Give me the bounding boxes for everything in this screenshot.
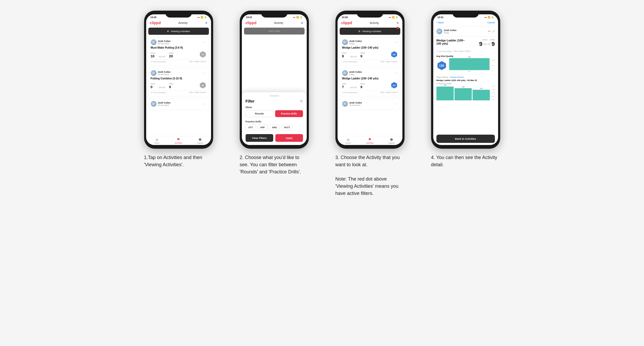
user-info-1: JC Josh Coles 28 Feb 2023 (151, 39, 171, 45)
putt-filter-button[interactable]: PUTT (281, 125, 293, 130)
menu-icon-2[interactable]: ≡ (301, 21, 303, 25)
practice-drills-filter-button[interactable]: Practice Drills (275, 110, 303, 117)
apply-filter-button[interactable]: Apply (275, 134, 303, 142)
avatar-2: JC (151, 70, 157, 76)
stats-row-2: Score 0 OUT OF Shots 9 4 (151, 82, 207, 89)
activity-card-3-2[interactable]: JC Josh Coles Today ··· Wedge Ladder (10… (340, 68, 400, 96)
phone-notch-4 (452, 11, 479, 18)
activity-card-3-1[interactable]: JC Josh Coles Today ··· Wedge Ladder (10… (340, 37, 400, 66)
user-name-3-3: Josh Coles (349, 101, 362, 104)
caption-4: 4. You can then see the Activity detail. (431, 154, 500, 168)
expand-icon[interactable]: ⤢ (492, 29, 495, 33)
header-title-1: Activity (178, 21, 188, 24)
activity-card-2[interactable]: JC Josh Coles 28 Feb 2023 ··· Putting Co… (148, 68, 209, 96)
activity-title-1: Must Make Putting (3-6 ft) (151, 46, 207, 49)
practice-session-label: Player Activity – Practice Session (436, 76, 495, 78)
user-name-1: Josh Coles (158, 40, 171, 42)
activity-card-3[interactable]: JC Josh Coles 28 Feb 2023 ··· (148, 99, 209, 110)
signal-icon: ▪▪▪ (197, 16, 200, 19)
shot-quality-badge-3-1: 130 (390, 51, 398, 58)
menu-icon-3[interactable]: ≡ (397, 21, 398, 25)
signal-icon-2: ▪▪▪ (293, 16, 296, 19)
screen-content-1: JC Josh Coles 28 Feb 2023 ··· Must Make … (146, 36, 211, 136)
user-name-3-1: Josh Coles (349, 40, 362, 42)
hexagon-3-1: 130 (390, 51, 398, 58)
shot-quality-badge-1: 75 (199, 51, 207, 58)
avg-sq-line-label: ••• Avg Shot Quality (436, 83, 495, 84)
card-header-2: JC Josh Coles 28 Feb 2023 ··· (151, 70, 207, 76)
caption-3: 3. Choose the Activity that you want to … (335, 154, 405, 197)
nav-activities-3[interactable]: ⚑ Activities (359, 137, 381, 144)
back-to-activities-button[interactable]: Back to Activities (436, 135, 495, 143)
nav-capture-3[interactable]: ⊕ Capture (381, 137, 402, 144)
phone-1-frame: 13:20 ▪▪▪ 📶 🔋 clippd Activity ≡ ⚙ Vi (144, 11, 213, 149)
home-icon-3: ⌂ (347, 137, 349, 142)
more-options-3-3[interactable]: ··· (394, 102, 398, 106)
shot-quality-badge-3-2: 118 (390, 82, 398, 89)
avg-shot-quality-section: Avg Shot Quality 130 100 5 (436, 55, 495, 72)
status-icons-2: ▪▪▪ 📶 🔋 (293, 16, 302, 19)
battery-icon-3: 🔋 (395, 16, 398, 19)
nav-capture-1[interactable]: ⊕ Capture (189, 137, 211, 144)
activities-icon-1: ⚑ (177, 137, 180, 142)
dimmed-content-2: Josh Coles (244, 28, 305, 35)
phone-4-screen: 13:21 ▪▪▪ 📶 🔋 < Back Cancel (433, 14, 498, 145)
stats-row-1: Score 10 OUT OF Shots 20 (151, 51, 207, 58)
wifi-icon: 📶 (201, 16, 203, 19)
card-header-3: JC Josh Coles 28 Feb 2023 ··· (151, 101, 207, 107)
ott-filter-button[interactable]: OTT (246, 125, 256, 130)
filter-title: Filter (246, 99, 255, 103)
shot-quality-badge-2: 45 (199, 82, 207, 89)
card-footer-3-2: ⓘ Test Information Data: Clippd Capture (342, 90, 398, 94)
more-options-1[interactable]: ··· (203, 40, 206, 44)
avatar-3-1: JC (342, 39, 348, 45)
avatar-3: JC (151, 101, 157, 107)
edit-icon[interactable]: ✏ (488, 29, 491, 33)
bottom-nav-1: ⌂ Home ⚑ Activities ⊕ Capture (146, 136, 211, 145)
signal-icon-4: ▪▪▪ (485, 16, 487, 19)
practice-drills-section-label: Practice Drills (246, 120, 303, 123)
back-button[interactable]: < Back (436, 21, 444, 24)
bar-1: 132 (436, 84, 454, 100)
nav-home-3[interactable]: ⌂ Home (338, 137, 359, 144)
viewing-banner-3[interactable]: ⚙ Viewing Activities (340, 28, 400, 35)
stats-row-3-1: Score 9 OUT OF Shots 9 1 (342, 51, 398, 58)
activity-card-3-3[interactable]: JC Josh Coles 28 Feb 2023 ··· (340, 99, 400, 110)
activity-card-1[interactable]: JC Josh Coles 28 Feb 2023 ··· Must Make … (148, 37, 209, 66)
card-footer-2: ⓘ Test Information Data: Clippd Capture (151, 90, 207, 94)
detail-info-row: ⓘ Test Information Data: Clippd Capture (436, 50, 495, 53)
nav-activities-1[interactable]: ⚑ Activities (168, 137, 189, 144)
big-hexagon: 130 (436, 60, 447, 71)
phone-3-screen: 13:20 ▪▪▪ 📶 🔋 clippd Activity ≡ ⚙ (338, 14, 402, 145)
clippd-logo-3: clippd (341, 21, 352, 25)
bottom-nav-3: ⌂ Home ⚑ Activities ⊕ Capture (338, 136, 402, 145)
more-options-3-1[interactable]: ··· (394, 40, 398, 44)
viewing-banner-1[interactable]: ⚙ Viewing Activities (148, 28, 209, 35)
phone-2-frame: 13:21 ▪▪▪ 📶 🔋 clippd Activity ≡ Josh Col… (240, 11, 309, 149)
arg-filter-button[interactable]: ARG (269, 125, 280, 130)
clear-filters-button[interactable]: Clear Filters (246, 134, 273, 142)
cancel-button[interactable]: Cancel (487, 21, 495, 24)
more-options-3-2[interactable]: ··· (394, 71, 398, 75)
nav-home-1[interactable]: ⌂ Home (146, 137, 168, 144)
time-2: 13:21 (246, 16, 252, 19)
user-date-2: 28 Feb 2023 (158, 73, 171, 76)
wedge-chart-title: Wedge Ladder (100–140 yds) - 06 Mar 23 (436, 79, 495, 82)
rounds-filter-button[interactable]: Rounds (246, 110, 273, 117)
signal-icon-3: ▪▪▪ (389, 16, 391, 19)
wedge-chart-section: Wedge Ladder (100–140 yds) - 06 Mar 23 •… (436, 79, 495, 104)
card-footer-3-1: ⓘ Test Information Data: Clippd Capture (342, 59, 398, 63)
screen-content-3: JC Josh Coles Today ··· Wedge Ladder (10… (338, 36, 402, 136)
user-info-3-2: JC Josh Coles Today (342, 70, 362, 76)
close-filter-button[interactable]: ✕ (300, 99, 303, 103)
phone-notch-2 (261, 11, 288, 18)
menu-icon-1[interactable]: ≡ (205, 21, 207, 25)
step-4-col: 13:21 ▪▪▪ 📶 🔋 < Back Cancel (423, 11, 508, 197)
drill-type-buttons: OTT APP ARG PUTT (246, 125, 303, 130)
user-info-3-1: JC Josh Coles Today (342, 39, 362, 45)
more-options-2[interactable]: ··· (203, 71, 206, 75)
app-header-1: clippd Activity ≡ (146, 19, 211, 27)
more-options-3[interactable]: ··· (203, 102, 206, 106)
card-header-1: JC Josh Coles 28 Feb 2023 ··· (151, 39, 207, 45)
app-filter-button[interactable]: APP (257, 125, 268, 130)
